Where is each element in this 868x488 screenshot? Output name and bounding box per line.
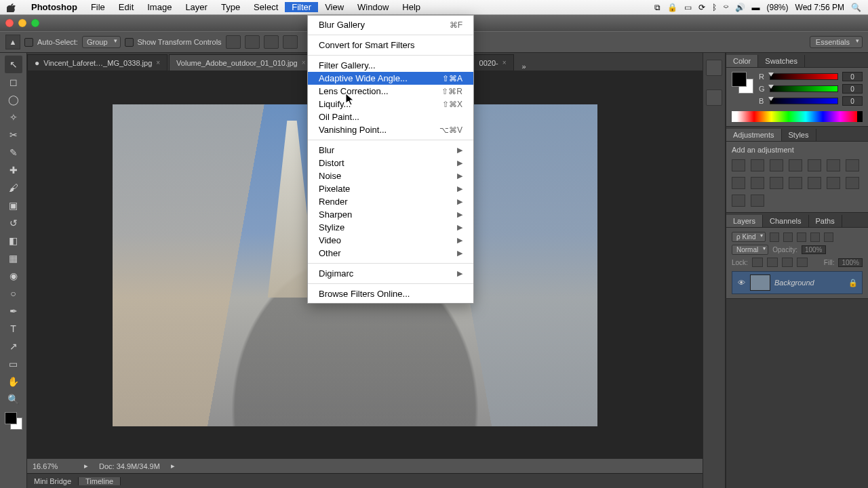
filter-icon[interactable] [783, 232, 793, 242]
document-tab[interactable]: ●Vincent_Laforet…_MG_0338.jpg× [27, 54, 167, 70]
menu-filter[interactable]: Filter [285, 2, 318, 12]
layer-thumbnail[interactable] [750, 274, 770, 291]
menu-select[interactable]: Select [247, 2, 285, 12]
filter-menu-item[interactable]: Liquify...⇧⌘X [308, 98, 473, 110]
align-icon[interactable] [264, 35, 279, 49]
filter-menu-item[interactable]: Blur Gallery⌘F [308, 18, 473, 31]
vibrance-icon[interactable] [808, 159, 821, 171]
layer-filter-kind[interactable]: ρ Kind [732, 232, 766, 242]
zoom-tool-icon[interactable]: 🔍 [5, 390, 22, 408]
brush-tool-icon[interactable]: 🖌 [5, 179, 22, 197]
zoom-icon[interactable]: ▸ [84, 462, 88, 470]
move-tool-icon[interactable]: ↖ [5, 56, 22, 73]
filter-menu-item[interactable]: Filter Gallery... [308, 59, 473, 72]
swatches-tab[interactable]: Swatches [758, 55, 805, 67]
align-icon[interactable] [283, 35, 298, 49]
filter-menu-item[interactable]: Convert for Smart Filters [308, 39, 473, 52]
menu-layer[interactable]: Layer [178, 2, 214, 12]
threshold-icon[interactable] [846, 177, 859, 189]
filter-menu-item[interactable]: Distort▶ [308, 157, 473, 169]
filter-menu-item[interactable]: Video▶ [308, 234, 473, 247]
hue-icon[interactable] [827, 159, 840, 171]
minimize-button[interactable] [18, 19, 26, 27]
crop-tool-icon[interactable]: ✂ [5, 126, 22, 144]
history-panel-icon[interactable] [706, 60, 722, 76]
selective-color-icon[interactable] [751, 195, 764, 207]
lock-pixels-icon[interactable] [767, 258, 778, 267]
foreground-background-swatch[interactable] [5, 412, 22, 430]
layer-name[interactable]: Background [774, 279, 814, 287]
filter-menu-item[interactable]: Browse Filters Online... [308, 287, 473, 300]
adjustments-tab[interactable]: Adjustments [726, 129, 782, 141]
paths-tab[interactable]: Paths [809, 215, 842, 227]
color-spectrum[interactable] [732, 111, 863, 122]
fill-value[interactable]: 100% [838, 258, 863, 267]
b-slider[interactable] [770, 98, 838, 104]
auto-select-mode[interactable]: Group [82, 36, 121, 48]
menu-window[interactable]: Window [351, 2, 395, 12]
color-swatch[interactable] [732, 72, 753, 94]
marquee-tool-icon[interactable]: ◻ [5, 73, 22, 91]
app-name[interactable]: Photoshop [24, 2, 84, 12]
blend-mode-select[interactable]: Normal [732, 245, 768, 255]
wand-tool-icon[interactable]: ✧ [5, 108, 22, 126]
zoom-button[interactable] [31, 19, 39, 27]
filter-menu-item[interactable]: Stylize▶ [308, 221, 473, 234]
menu-type[interactable]: Type [214, 2, 247, 12]
hand-tool-icon[interactable]: ✋ [5, 373, 22, 390]
filter-icon[interactable] [770, 232, 779, 242]
menu-image[interactable]: Image [140, 2, 178, 12]
photo-filter-icon[interactable] [751, 177, 764, 189]
b-value[interactable]: 0 [842, 96, 863, 106]
document-tab[interactable]: 0020-× [472, 54, 514, 70]
pen-tool-icon[interactable]: ✒ [5, 302, 22, 320]
filter-menu-item[interactable]: Render▶ [308, 195, 473, 208]
document-tab[interactable]: Volume_Adobe_outdoor_01_010.jpg× [169, 54, 313, 70]
bw-icon[interactable] [732, 177, 745, 189]
history-brush-tool-icon[interactable]: ↺ [5, 214, 22, 232]
align-icon[interactable] [226, 35, 241, 49]
r-value[interactable]: 0 [842, 72, 863, 81]
mini-bridge-tab[interactable]: Mini Bridge [27, 477, 79, 485]
brightness-icon[interactable] [732, 159, 745, 171]
eyedropper-tool-icon[interactable]: ✎ [5, 144, 22, 161]
display-icon[interactable]: ▭ [684, 3, 692, 12]
filter-icon[interactable] [797, 232, 806, 242]
filter-menu-item[interactable]: Pixelate▶ [308, 182, 473, 195]
timeline-tab[interactable]: Timeline [79, 477, 121, 485]
align-icon[interactable] [245, 35, 260, 49]
filter-menu-item[interactable]: Other▶ [308, 247, 473, 260]
lock-icon[interactable]: 🔒 [667, 3, 677, 12]
g-value[interactable]: 0 [842, 84, 863, 94]
filter-menu-item[interactable]: Vanishing Point...⌥⌘V [308, 123, 473, 136]
foreground-color[interactable] [5, 412, 17, 424]
sync-icon[interactable]: ⟳ [698, 3, 705, 12]
fg-swatch[interactable] [732, 72, 747, 87]
posterize-icon[interactable] [827, 177, 840, 189]
bluetooth-icon[interactable]: ᛒ [712, 3, 717, 12]
shape-tool-icon[interactable]: ▭ [5, 355, 22, 373]
properties-panel-icon[interactable] [706, 89, 722, 106]
lookup-icon[interactable] [789, 177, 802, 189]
filter-menu-item[interactable]: Oil Paint... [308, 110, 473, 123]
eraser-tool-icon[interactable]: ◧ [5, 232, 22, 249]
stamp-tool-icon[interactable]: ▣ [5, 197, 22, 214]
filter-menu-item[interactable]: Blur▶ [308, 144, 473, 157]
workspace-switcher[interactable]: Essentials [810, 36, 863, 48]
r-slider[interactable] [770, 73, 838, 80]
layer-row[interactable]: 👁 Background 🔒 [732, 271, 863, 294]
lock-transparent-icon[interactable] [752, 258, 763, 267]
styles-tab[interactable]: Styles [782, 129, 816, 141]
apple-icon[interactable] [5, 1, 18, 14]
battery-icon[interactable]: ▬ [752, 3, 760, 12]
lock-position-icon[interactable] [782, 258, 793, 267]
wifi-icon[interactable]: ⌔ [724, 3, 728, 12]
lasso-tool-icon[interactable]: ◯ [5, 91, 22, 108]
menu-file[interactable]: File [84, 2, 112, 12]
menu-edit[interactable]: Edit [112, 2, 140, 12]
close-icon[interactable]: × [502, 59, 507, 66]
spotlight-icon[interactable]: 🔍 [851, 3, 861, 12]
visibility-icon[interactable]: 👁 [736, 279, 746, 287]
filter-menu-item[interactable]: Adaptive Wide Angle...⇧⌘A [308, 72, 473, 85]
auto-select-checkbox[interactable] [24, 38, 33, 47]
